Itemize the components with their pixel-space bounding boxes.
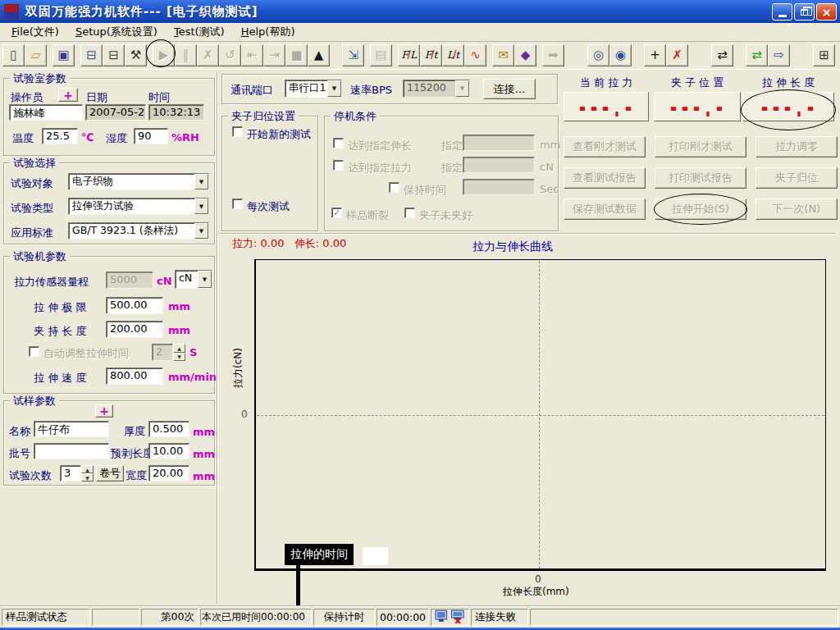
test-count-spinner[interactable]: ▲▼ — [81, 465, 94, 482]
grip-length-input[interactable]: 200.00 — [106, 321, 163, 338]
zoom-fit-button[interactable]: ◉ — [609, 44, 632, 66]
transfer-button[interactable]: ⇄ — [711, 44, 733, 66]
last-record-icon: ⇥ — [269, 48, 280, 62]
print-last-test-button[interactable]: 打印刚才测试 — [655, 136, 746, 158]
save-button[interactable]: ▣ — [52, 44, 75, 66]
temperature-label: 温度 — [12, 131, 34, 146]
status-hold-time: 00:00:00 — [377, 609, 429, 626]
properties-button[interactable]: ▤ — [370, 44, 392, 66]
stop-test-button[interactable]: ■ — [285, 44, 308, 66]
curve-color-icon: ∿ — [470, 48, 481, 62]
zoom-button[interactable]: ◎ — [587, 44, 609, 66]
print-color-button[interactable]: ⊟ — [80, 44, 103, 66]
chevron-down-icon[interactable]: ▼ — [194, 174, 208, 189]
help-book-button[interactable]: ◆ — [514, 44, 536, 66]
specimen-add-button[interactable]: + — [95, 404, 113, 418]
stop-elongation-checkbox[interactable] — [333, 138, 344, 148]
annotation-ellipse-start-button — [654, 194, 747, 225]
operator-input[interactable]: 施林峰 — [9, 104, 83, 121]
batch-input[interactable] — [34, 443, 109, 459]
curve-force-length-button[interactable]: F/L — [398, 44, 420, 66]
stop-force-checkbox[interactable] — [333, 160, 344, 171]
menu-test[interactable]: Test(测试) — [166, 23, 233, 41]
connect-button[interactable]: 连接... — [483, 79, 536, 99]
new-file-button[interactable]: ▯ — [2, 44, 25, 66]
cancel-test-icon: ✗ — [203, 48, 213, 62]
data-grid-button[interactable]: ⊞ — [813, 44, 835, 66]
auto-adjust-checkbox[interactable] — [29, 346, 39, 357]
stretch-limit-input[interactable]: 500.00 — [106, 297, 163, 314]
spin-up-icon[interactable]: ▲ — [81, 465, 94, 473]
cancel-test-button[interactable]: ✗ — [197, 44, 219, 66]
chevron-down-icon[interactable]: ▼ — [198, 271, 212, 288]
chevron-down-icon[interactable]: ▼ — [194, 223, 208, 239]
baud-label: 速率BPS — [350, 83, 392, 98]
temperature-input[interactable]: 25.5 — [42, 128, 78, 144]
transfer-auto-button[interactable]: ⇄ — [746, 44, 768, 66]
spin-down-icon[interactable]: ▼ — [81, 473, 94, 482]
operator-add-button[interactable]: + — [58, 88, 78, 102]
test-count-input[interactable]: 3 — [60, 465, 81, 482]
width-input[interactable]: 20.00 — [148, 465, 189, 482]
exit-disabled-button[interactable]: ➡ — [542, 44, 564, 66]
print-button[interactable]: ⊟ — [103, 44, 125, 66]
sample-break-checkbox[interactable]: ✓ — [331, 208, 342, 218]
clamp-home-button[interactable]: 夹子归位 — [756, 167, 838, 189]
open-file-button[interactable]: ▱ — [25, 44, 47, 66]
chevron-down-icon[interactable]: ▼ — [194, 199, 208, 214]
menu-file[interactable]: File(文件) — [3, 23, 67, 41]
pause-test-button[interactable]: ‖ — [175, 44, 197, 66]
spin-down-icon[interactable]: ▼ — [173, 353, 185, 362]
clamp-loose-checkbox[interactable] — [404, 208, 415, 218]
grip-length-label: 夹 持 长 度 — [34, 324, 86, 339]
humidity-input[interactable]: 90 — [134, 128, 168, 144]
first-record-button[interactable]: ⇤ — [241, 44, 263, 66]
restore-button[interactable] — [794, 3, 815, 21]
force-zero-button[interactable]: 拉力调零 — [756, 136, 838, 158]
save-data-button[interactable]: 保存测试数据 — [564, 199, 646, 220]
curve-force-time-button[interactable]: F/t — [420, 44, 442, 66]
specimen-name-input[interactable]: 牛仔布 — [34, 421, 109, 437]
chart-crosshair-vertical — [539, 261, 540, 568]
delete-record-button[interactable]: ✗ — [666, 44, 688, 66]
repeat-test-button[interactable]: ↺ — [219, 44, 241, 66]
humidity-label: 湿度 — [106, 131, 127, 146]
test-type-label: 试验类型 — [11, 201, 53, 216]
thickness-input[interactable]: 0.500 — [148, 421, 189, 437]
print-report-button[interactable]: 打印测试报告 — [655, 167, 746, 189]
menu-setup[interactable]: Setup(系统设置) — [67, 23, 166, 41]
email-button[interactable]: ✉ — [492, 44, 514, 66]
peel-length-input[interactable]: 10.00 — [148, 443, 189, 459]
minimize-button[interactable] — [772, 3, 792, 21]
test-count-label: 试验次数 — [9, 468, 52, 483]
view-last-test-button[interactable]: 查看刚才测试 — [564, 136, 646, 158]
status-count: 第00次 — [141, 609, 199, 626]
test-type-select[interactable]: 拉伸强力试验▼ — [68, 198, 209, 215]
curve-color-button[interactable]: ∿ — [464, 44, 486, 66]
chevron-down-icon[interactable]: ▼ — [327, 80, 341, 97]
new-test-home-checkbox[interactable] — [232, 126, 243, 137]
auto-adjust-spinner[interactable]: ▲▼ — [173, 344, 185, 361]
tools-setup-button[interactable]: ⚒ — [125, 44, 147, 66]
move-up-button[interactable]: ▲ — [308, 44, 330, 66]
add-record-button[interactable]: + — [644, 44, 666, 66]
close-button[interactable]: × — [816, 3, 837, 21]
last-record-button[interactable]: ⇥ — [263, 44, 285, 66]
view-report-button[interactable]: 查看测试报告 — [564, 167, 646, 189]
exit-app-button[interactable]: ⇨ — [768, 44, 790, 66]
export-data-button[interactable]: ⇲ — [342, 44, 364, 66]
comm-port-select[interactable]: 串行口1▼ — [285, 80, 342, 98]
stretch-speed-input[interactable]: 800.00 — [106, 368, 163, 385]
next-test-button[interactable]: 下一次(N) — [756, 199, 838, 220]
force-unit-select[interactable]: cN▼ — [175, 270, 212, 289]
status-hold-label: 保持计时 — [313, 609, 375, 626]
menu-help[interactable]: Help(帮助) — [233, 23, 304, 41]
test-object-select[interactable]: 电子织物▼ — [68, 173, 209, 190]
standard-select[interactable]: GB/T 3923.1 (条样法)▼ — [68, 222, 209, 240]
spin-up-icon[interactable]: ▲ — [173, 344, 185, 353]
time-label: 时间 — [148, 90, 170, 105]
curve-length-time-button[interactable]: L/t — [442, 44, 464, 66]
roll-number-button[interactable]: 卷号 — [96, 465, 124, 482]
every-test-home-checkbox[interactable] — [232, 199, 243, 209]
hold-time-checkbox[interactable] — [389, 182, 399, 193]
